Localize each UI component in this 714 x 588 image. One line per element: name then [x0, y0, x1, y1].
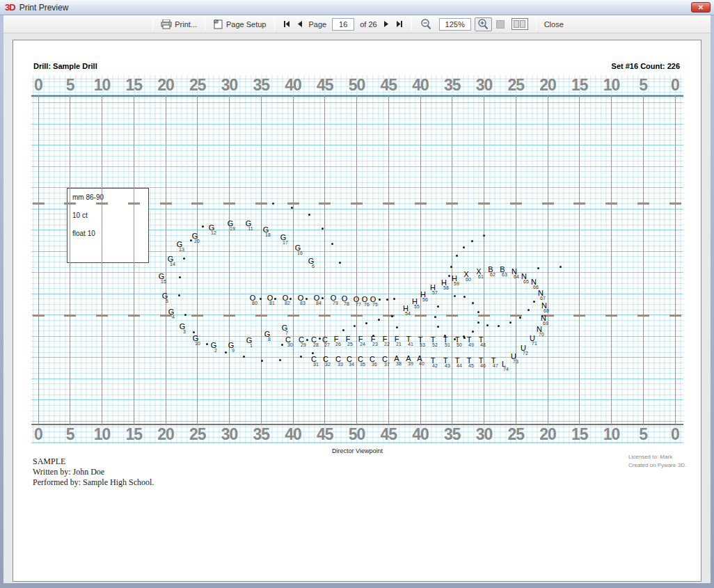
- transition-dot: [306, 339, 308, 341]
- performer-F24: F24: [355, 335, 366, 347]
- transition-dot: [454, 338, 456, 340]
- performer-number: 74: [500, 367, 511, 372]
- page-thumb-icon: [520, 20, 525, 28]
- previous-page-button[interactable]: [294, 19, 306, 29]
- performer-C31: C31: [308, 356, 319, 367]
- performer-N67: N67: [535, 289, 546, 301]
- performer-U72: U72: [518, 344, 529, 356]
- hash-mark: [415, 315, 427, 317]
- performer-G20: G20: [189, 232, 200, 244]
- transition-dot: [396, 326, 398, 328]
- performer-T42: T42: [427, 357, 438, 368]
- performer-number: 75: [370, 303, 381, 307]
- page-count-label: of 26: [360, 20, 376, 29]
- transition-dot: [527, 309, 530, 311]
- transition-dot: [477, 311, 479, 313]
- transition-dot: [471, 240, 473, 242]
- drill-note-box: mm 86-90 10 ct float 10: [67, 188, 149, 263]
- page-number-input[interactable]: 16: [332, 18, 354, 31]
- print-button[interactable]: Print...: [158, 18, 200, 31]
- performer-O80: O80: [247, 294, 258, 305]
- hash-mark: [351, 202, 363, 205]
- transition-dot: [202, 225, 204, 228]
- performer-number: 40: [416, 362, 427, 366]
- yard-line: [102, 95, 102, 424]
- first-page-button[interactable]: [280, 19, 294, 29]
- performer-N66: N66: [528, 278, 539, 289]
- performer-C36: C36: [367, 356, 378, 367]
- next-page-button[interactable]: [380, 19, 392, 29]
- yard-line: [38, 95, 39, 424]
- transition-dot: [379, 299, 381, 301]
- hash-mark: [160, 202, 172, 205]
- hash-mark: [128, 202, 140, 205]
- performer-G10: G10: [190, 335, 201, 346]
- page-setup-icon: [213, 19, 223, 29]
- two-page-view-button[interactable]: [511, 18, 528, 30]
- performer-T52: T52: [427, 336, 438, 347]
- performer-T45: T45: [463, 357, 475, 368]
- zoom-in-button[interactable]: [475, 17, 492, 31]
- licensed-to: Licensed to: Mark: [628, 453, 686, 461]
- zoom-level-value[interactable]: 125%: [439, 18, 471, 31]
- first-page-icon: [283, 21, 290, 27]
- performer-H58: H58: [438, 279, 450, 290]
- hash-mark: [64, 315, 76, 317]
- performer-N69: N69: [538, 315, 549, 326]
- transition-dot: [486, 324, 489, 326]
- note-line: mm 86-90: [72, 193, 148, 201]
- performer-O82: O82: [280, 294, 291, 305]
- transition-dot: [339, 262, 341, 264]
- last-page-icon: [396, 21, 403, 27]
- performer-number: 5: [161, 299, 173, 303]
- performer-O79: O79: [328, 294, 339, 305]
- hash-mark: [383, 202, 395, 205]
- previous-page-icon: [297, 21, 303, 27]
- performer-G14: G14: [165, 255, 176, 267]
- transition-dot: [274, 298, 276, 300]
- last-page-button[interactable]: [392, 19, 406, 29]
- hash-mark: [637, 202, 649, 205]
- performer-G2: G2: [208, 342, 219, 353]
- title-bar: 3D Print Preview ✕: [0, 0, 714, 15]
- performer-number: 55: [411, 305, 422, 309]
- transition-dot: [261, 360, 263, 362]
- transition-dot: [300, 356, 302, 358]
- performer-A39: A39: [403, 355, 414, 366]
- transition-dot: [537, 267, 539, 269]
- performer-number: 54: [402, 312, 413, 316]
- page-setup-button[interactable]: Page Setup: [210, 18, 269, 31]
- performer-symbol: G: [208, 342, 219, 349]
- yard-number-top: 0: [654, 77, 696, 94]
- performer-number: 32: [322, 363, 333, 367]
- note-line: 10 ct: [72, 212, 148, 219]
- performer-number: 46: [477, 364, 489, 368]
- transition-dot: [319, 337, 321, 340]
- performer-G4: G4: [166, 308, 177, 319]
- single-page-view-icon: [496, 20, 505, 29]
- transition-dot: [281, 344, 283, 346]
- hash-mark: [637, 315, 649, 317]
- performer-number: 2: [210, 349, 221, 353]
- performer-C28: C28: [308, 336, 319, 347]
- performer-C35: C35: [355, 356, 366, 367]
- front-sideline: [31, 95, 683, 97]
- hash-mark: [96, 202, 108, 205]
- transition-dot: [206, 343, 208, 345]
- transition-dot: [279, 359, 281, 361]
- performer-G18: G18: [260, 226, 271, 237]
- hash-mark: [191, 315, 203, 317]
- window-close-button[interactable]: ✕: [691, 2, 711, 13]
- transition-dot: [448, 275, 450, 277]
- transition-dot: [472, 302, 474, 304]
- zoom-out-button[interactable]: [417, 17, 436, 31]
- performer-number: 60: [463, 278, 474, 282]
- performer-symbol: G: [244, 337, 255, 344]
- hash-mark: [319, 202, 331, 205]
- performer-number: 3: [179, 330, 190, 334]
- performer-number: 11: [245, 227, 256, 231]
- performer-G7: G7: [279, 324, 290, 335]
- close-preview-button[interactable]: Close: [541, 19, 566, 30]
- performer-number: 84: [313, 301, 324, 305]
- performer-number: 42: [429, 364, 441, 368]
